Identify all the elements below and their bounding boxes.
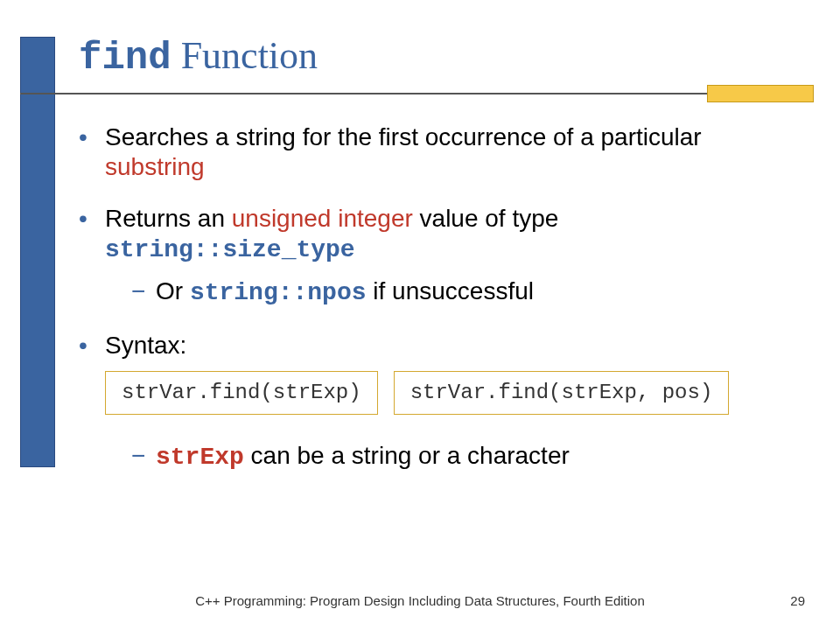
bullet-1-keyword: substring: [105, 153, 205, 180]
bullet-2-keyword: unsigned integer: [232, 205, 413, 232]
bullet-2-sub-text-b: if unsuccessful: [367, 277, 534, 304]
bullet-1-text: Searches a string for the first occurren…: [105, 123, 702, 150]
bullet-3-text: Syntax:: [105, 332, 186, 359]
bullet-1: Searches a string for the first occurren…: [79, 122, 796, 181]
bullet-2: Returns an unsigned integer value of typ…: [79, 204, 796, 308]
syntax-box-row: strVar.find(strExp) strVar.find(strExp, …: [105, 371, 796, 416]
bullet-2-sub: Or string::npos if unsuccessful: [131, 276, 796, 308]
page-number: 29: [790, 593, 805, 608]
slide-title: find Function: [79, 33, 318, 80]
content-area: Searches a string for the first occurren…: [79, 122, 796, 495]
bullet-2-sub-list: Or string::npos if unsuccessful: [105, 276, 796, 308]
bullet-3-sub: strExp can be a string or a character: [131, 441, 796, 472]
title-divider: [20, 93, 814, 94]
title-rest: Function: [172, 34, 318, 77]
footer-text: C++ Programming: Program Design Includin…: [0, 593, 840, 608]
title-accent-block: [707, 85, 814, 102]
bullet-2-text-b: value of type: [413, 205, 559, 232]
bullet-2-code: string::size_type: [105, 236, 355, 263]
bullet-2-text-a: Returns an: [105, 205, 232, 232]
bullet-3-sub-text: can be a string or a character: [244, 442, 570, 469]
left-accent-bar: [20, 37, 55, 467]
syntax-box-2: strVar.find(strExp, pos): [394, 371, 730, 416]
slide: find Function Searches a string for the …: [0, 0, 840, 630]
title-code: find: [79, 36, 172, 80]
bullet-3-sub-code: strExp: [156, 444, 244, 471]
syntax-box-1: strVar.find(strExp): [105, 371, 378, 416]
bullet-2-sub-text-a: Or: [156, 277, 190, 304]
bullet-3: Syntax: strVar.find(strExp) strVar.find(…: [79, 331, 796, 472]
bullet-list: Searches a string for the first occurren…: [79, 122, 796, 472]
bullet-3-sub-list: strExp can be a string or a character: [105, 441, 796, 472]
bullet-2-sub-code: string::npos: [190, 279, 367, 306]
